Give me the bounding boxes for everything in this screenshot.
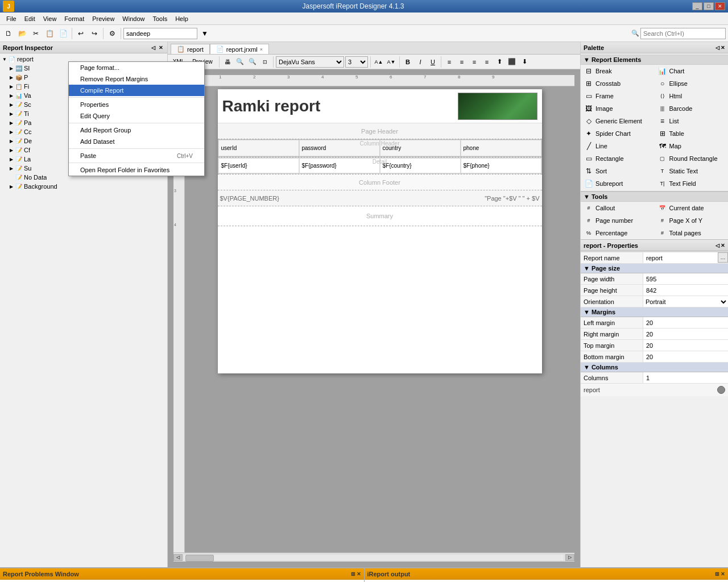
element-static-text[interactable]: T Static Text xyxy=(655,165,729,177)
element-subreport[interactable]: 📄 Subreport xyxy=(581,177,655,190)
doc-tab-inspector[interactable]: 📋 report xyxy=(171,44,210,54)
palette-minimize-btn[interactable]: ◁ xyxy=(715,45,719,51)
tool-total-pages[interactable]: # Total pages xyxy=(655,227,729,239)
element-round-rectangle[interactable]: ▢ Round Rectangle xyxy=(655,152,729,165)
menu-window[interactable]: Window xyxy=(119,14,148,23)
top-margin-value[interactable]: 20 xyxy=(643,340,728,351)
element-break[interactable]: ⊟ Break xyxy=(581,65,655,77)
dropdown-button[interactable]: ▼ xyxy=(198,27,211,40)
doc-tab-report[interactable]: 📄 report.jrxml × xyxy=(210,44,269,54)
element-chart[interactable]: 📊 Chart xyxy=(655,65,729,77)
font-size-up[interactable]: A▲ xyxy=(373,56,384,68)
cut-button[interactable]: ✂ xyxy=(30,27,42,40)
problems-window-btn[interactable]: ⊞ xyxy=(351,571,355,577)
ctx-compile-report[interactable]: Compile Report xyxy=(69,85,204,96)
user-input[interactable] xyxy=(123,28,197,39)
search-input[interactable] xyxy=(640,28,726,39)
scroll-right-btn[interactable]: ▷ xyxy=(565,554,574,561)
print-btn[interactable]: 🖶 xyxy=(222,56,233,68)
expand-icon-p[interactable]: ▶ xyxy=(8,74,15,81)
element-text-field[interactable]: T| Text Field xyxy=(655,177,729,190)
bold-btn[interactable]: B xyxy=(402,56,413,68)
report-elements-header[interactable]: ▼ Report Elements xyxy=(581,55,728,65)
expand-icon-cf[interactable]: ▶ xyxy=(8,147,15,153)
tool-page-number[interactable]: # Page number xyxy=(581,214,655,227)
orientation-value[interactable]: Portrait Landscape xyxy=(643,296,728,307)
tools-header[interactable]: ▼ Tools xyxy=(581,192,728,202)
ctx-edit-query[interactable]: Edit Query xyxy=(69,110,204,122)
element-sort[interactable]: ⇅ Sort xyxy=(581,165,655,177)
problems-close-btn[interactable]: ✕ xyxy=(357,571,361,577)
scroll-thumb[interactable] xyxy=(185,555,214,562)
menu-format[interactable]: Format xyxy=(61,14,88,23)
underline-btn[interactable]: U xyxy=(427,56,439,68)
tree-item-bg[interactable]: ▶ 📝 Background xyxy=(0,182,167,191)
zoom-out-btn[interactable]: 🔍 xyxy=(234,56,246,68)
element-html[interactable]: ⟨⟩ Html xyxy=(655,90,729,102)
align-top-btn[interactable]: ⬆ xyxy=(494,56,505,68)
expand-icon-va[interactable]: ▶ xyxy=(8,92,15,99)
element-barcode[interactable]: ||| Barcode xyxy=(655,102,729,115)
h-scroll[interactable]: ◁ ▷ xyxy=(173,552,574,562)
ctx-open-favorites[interactable]: Open Report Folder in Favorites xyxy=(69,164,204,176)
compile-button[interactable]: ⚙ xyxy=(106,27,118,40)
output-window-btn[interactable]: ⊞ xyxy=(715,571,719,577)
open-button[interactable]: 📂 xyxy=(16,27,28,40)
redo-button[interactable]: ↪ xyxy=(88,27,101,40)
element-ellipse[interactable]: ○ Ellipse xyxy=(655,77,729,90)
scroll-left-btn[interactable]: ◁ xyxy=(173,554,183,561)
align-middle-btn[interactable]: ⬛ xyxy=(506,56,518,68)
report-name-value[interactable]: report xyxy=(643,252,718,263)
align-right-btn[interactable]: ≡ xyxy=(469,56,480,68)
page-height-value[interactable]: 842 xyxy=(643,285,728,296)
element-crosstab[interactable]: ⊞ Crosstab xyxy=(581,77,655,90)
menu-edit[interactable]: Edit xyxy=(21,14,39,23)
italic-btn[interactable]: I xyxy=(415,56,426,68)
element-line[interactable]: ╱ Line xyxy=(581,140,655,152)
align-center-btn[interactable]: ≡ xyxy=(456,56,468,68)
tool-page-x-of-y[interactable]: # Page X of Y xyxy=(655,214,729,227)
tab-close-btn[interactable]: × xyxy=(260,47,263,52)
columns-value[interactable]: 1 xyxy=(643,372,728,383)
expand-icon-bg[interactable]: ▶ xyxy=(8,183,15,190)
font-select[interactable]: DejaVu Sans xyxy=(276,56,344,68)
ctx-page-format[interactable]: Page format... xyxy=(69,62,204,73)
align-justify-btn[interactable]: ≡ xyxy=(481,56,493,68)
ctx-properties[interactable]: Properties xyxy=(69,99,204,110)
new-button[interactable]: 🗋 xyxy=(2,27,15,40)
expand-icon-su[interactable]: ▶ xyxy=(8,165,15,172)
bottom-margin-value[interactable]: 20 xyxy=(643,351,728,362)
close-button[interactable]: ✕ xyxy=(715,2,725,10)
ctx-paste[interactable]: Paste Ctrl+V xyxy=(69,150,204,161)
tool-callout[interactable]: # Callout xyxy=(581,202,655,214)
expand-icon-fi[interactable]: ▶ xyxy=(8,83,15,90)
element-spider[interactable]: ✦ Spider Chart xyxy=(581,127,655,140)
paste-button[interactable]: 📄 xyxy=(57,27,69,40)
zoom-fit-btn[interactable]: ⊡ xyxy=(259,56,271,68)
minimize-button[interactable]: _ xyxy=(692,2,702,10)
orientation-select[interactable]: Portrait Landscape xyxy=(643,298,728,306)
copy-button[interactable]: 📋 xyxy=(43,27,56,40)
expand-icon-sc[interactable]: ▶ xyxy=(8,101,15,108)
menu-preview[interactable]: Preview xyxy=(89,14,118,23)
panel-close-btn[interactable]: ✕ xyxy=(158,45,164,51)
element-list[interactable]: ≡ List xyxy=(655,115,729,127)
font-size-down[interactable]: A▼ xyxy=(386,56,397,68)
element-image[interactable]: 🖼 Image xyxy=(581,102,655,115)
left-margin-value[interactable]: 20 xyxy=(643,317,728,328)
right-margin-value[interactable]: 20 xyxy=(643,329,728,339)
element-table[interactable]: ⊞ Table xyxy=(655,127,729,140)
undo-button[interactable]: ↩ xyxy=(75,27,87,40)
expand-icon-cc[interactable]: ▶ xyxy=(8,128,15,135)
ctx-add-dataset[interactable]: Add Dataset xyxy=(69,136,204,147)
expand-icon-si[interactable]: ▶ xyxy=(8,65,15,72)
ctx-add-group[interactable]: Add Report Group xyxy=(69,124,204,136)
tool-percentage[interactable]: % Percentage xyxy=(581,227,655,239)
maximize-button[interactable]: □ xyxy=(704,2,714,10)
tool-current-date[interactable]: 📅 Current date xyxy=(655,202,729,214)
menu-tools[interactable]: Tools xyxy=(149,14,171,23)
element-frame[interactable]: ▭ Frame xyxy=(581,90,655,102)
expand-icon-de[interactable]: ▶ xyxy=(8,138,15,144)
menu-file[interactable]: File xyxy=(3,14,20,23)
element-generic[interactable]: ◇ Generic Element xyxy=(581,115,655,127)
